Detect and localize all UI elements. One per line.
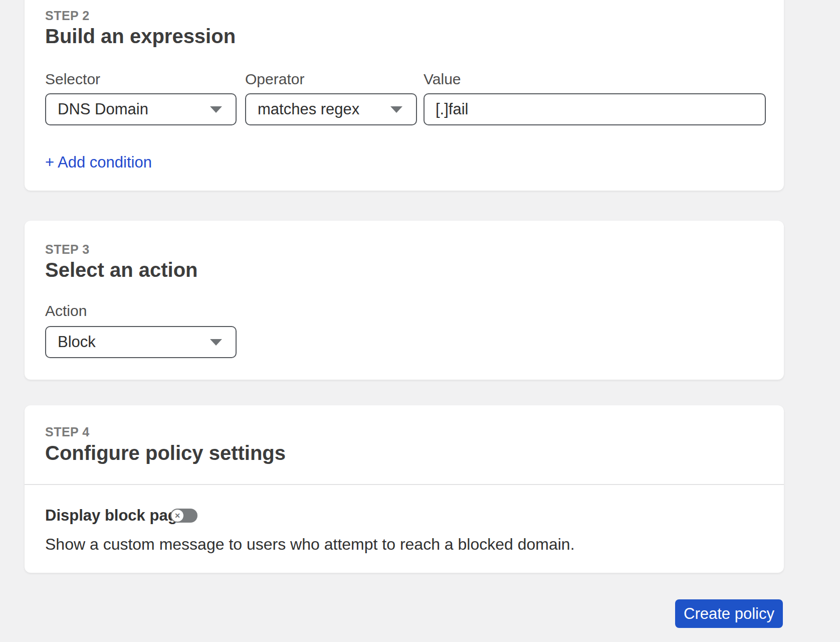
step4-eyebrow: STEP 4: [45, 425, 90, 438]
step2-eyebrow: STEP 2: [45, 9, 90, 22]
policy-builder-page: STEP 2 Build an expression Selector Oper…: [0, 0, 840, 642]
toggle-knob: ✕: [171, 510, 183, 522]
chevron-down-icon: [210, 106, 222, 113]
add-condition-link[interactable]: + Add condition: [45, 153, 152, 172]
step3-card: STEP 3 Select an action Action Block: [25, 221, 784, 380]
chevron-down-icon: [390, 106, 402, 113]
value-input[interactable]: [424, 93, 766, 125]
selector-label: Selector: [45, 70, 237, 88]
action-dropdown[interactable]: Block: [45, 326, 237, 358]
step3-title: Select an action: [45, 258, 198, 282]
step2-card: STEP 2 Build an expression Selector Oper…: [25, 0, 784, 191]
operator-label: Operator: [245, 70, 417, 88]
toggle-off-x-icon: ✕: [174, 512, 180, 519]
step4-title: Configure policy settings: [45, 441, 286, 465]
action-label: Action: [45, 302, 87, 320]
chevron-down-icon: [210, 339, 222, 346]
operator-dropdown[interactable]: matches regex: [245, 93, 417, 125]
card-divider: [25, 484, 784, 485]
value-label: Value: [424, 70, 766, 88]
selector-dropdown[interactable]: DNS Domain: [45, 93, 237, 125]
step4-card: STEP 4 Configure policy settings Display…: [25, 405, 784, 573]
step3-eyebrow: STEP 3: [45, 243, 90, 256]
step2-title: Build an expression: [45, 24, 236, 48]
action-dropdown-value: Block: [58, 333, 96, 351]
operator-dropdown-value: matches regex: [258, 100, 359, 118]
block-page-description: Show a custom message to users who attem…: [45, 535, 575, 554]
create-policy-button[interactable]: Create policy: [675, 599, 783, 628]
selector-dropdown-value: DNS Domain: [58, 100, 148, 118]
display-block-page-label: Display block page: [45, 507, 186, 525]
display-block-page-toggle[interactable]: ✕: [170, 509, 197, 523]
